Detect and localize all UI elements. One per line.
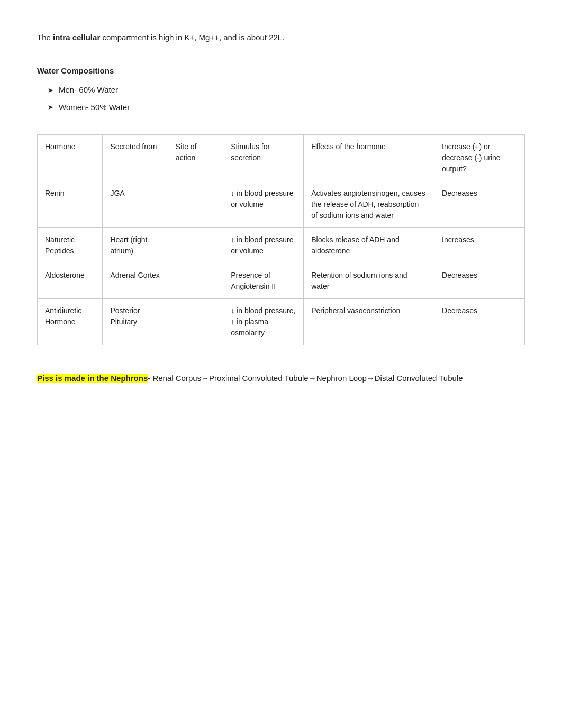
cell-effects: Retention of sodium ions and water [304,263,434,299]
cell-increase: Decreases [434,263,525,299]
table-header-row: Hormone Secreted from Site of action Sti… [38,135,525,181]
footer-rest: - Renal Corpus→Proximal Convoluted Tubul… [148,374,463,383]
footer-section: Piss is made in the Nephrons- Renal Corp… [37,372,525,385]
water-list: Men- 60% Water Women- 50% Water [37,84,525,113]
cell-increase: Decreases [434,299,525,345]
cell-secreted: JGA [103,181,168,228]
cell-effects: Activates angiotensinogen, causes the re… [304,181,434,228]
header-hormone: Hormone [38,135,103,181]
cell-site [168,228,223,263]
table-row: Naturetic PeptidesHeart (right atrium)↑ … [38,228,525,263]
table-row: ReninJGA↓ in blood pressure or volumeAct… [38,181,525,228]
cell-site [168,299,223,345]
cell-increase: Decreases [434,181,525,228]
header-increase: Increase (+) or decrease (-) urine outpu… [434,135,525,181]
water-title: Water Compositions [37,65,525,77]
cell-secreted: Adrenal Cortex [103,263,168,299]
cell-secreted: Posterior Pituitary [103,299,168,345]
header-stimulus: Stimulus for secretion [223,135,304,181]
water-compositions-section: Water Compositions Men- 60% Water Women-… [37,65,525,114]
cell-site [168,181,223,228]
cell-site [168,263,223,299]
header-site: Site of action [168,135,223,181]
list-item: Men- 60% Water [48,84,525,96]
cell-stimulus: ↓ in blood pressure, ↑ in plasma osmolar… [223,299,304,345]
intro-suffix: compartment is high in K+, Mg++, and is … [100,33,284,42]
cell-hormone: Naturetic Peptides [38,228,103,263]
cell-stimulus: Presence of Angiotensin II [223,263,304,299]
table-row: Antidiuretic HormonePosterior Pituitary↓… [38,299,525,345]
cell-effects: Blocks release of ADH and aldosterone [304,228,434,263]
hormones-table: Hormone Secreted from Site of action Sti… [37,134,525,345]
intro-paragraph: The intra cellular compartment is high i… [37,32,525,44]
intro-bold: intra cellular [53,33,100,42]
cell-hormone: Renin [38,181,103,228]
cell-hormone: Aldosterone [38,263,103,299]
cell-stimulus: ↑ in blood pressure or volume [223,228,304,263]
cell-stimulus: ↓ in blood pressure or volume [223,181,304,228]
header-secreted: Secreted from [103,135,168,181]
cell-effects: Peripheral vasoconstriction [304,299,434,345]
cell-hormone: Antidiuretic Hormone [38,299,103,345]
footer-highlighted: Piss is made in the Nephrons [37,374,148,383]
cell-increase: Increases [434,228,525,263]
table-row: AldosteroneAdrenal CortexPresence of Ang… [38,263,525,299]
intro-prefix: The [37,33,53,42]
cell-secreted: Heart (right atrium) [103,228,168,263]
list-item: Women- 50% Water [48,102,525,114]
header-effects: Effects of the hormone [304,135,434,181]
